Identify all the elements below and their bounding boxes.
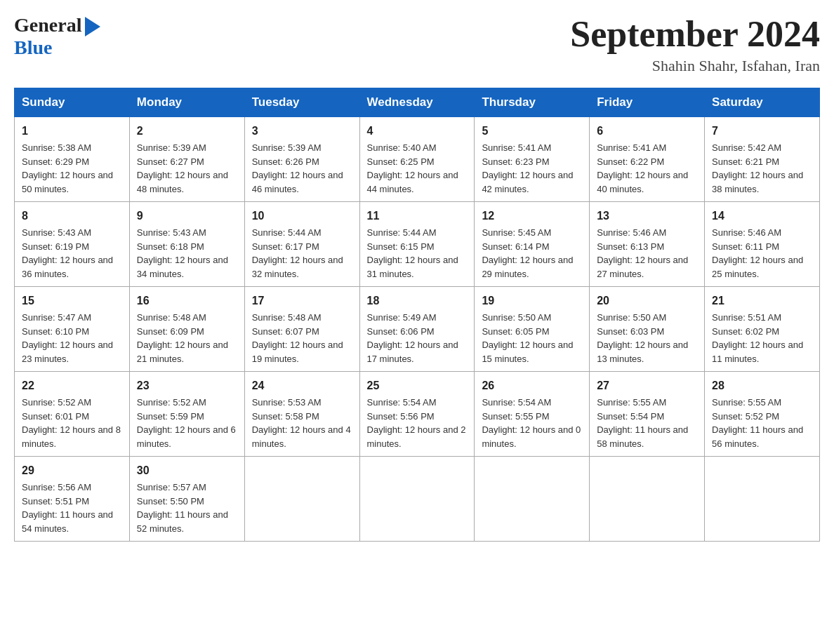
day-number: 25: [367, 377, 468, 394]
day-info: Sunrise: 5:40 AMSunset: 6:25 PMDaylight:…: [367, 141, 468, 196]
calendar-cell: 19Sunrise: 5:50 AMSunset: 6:05 PMDayligh…: [475, 287, 590, 372]
calendar-table: SundayMondayTuesdayWednesdayThursdayFrid…: [14, 88, 820, 542]
calendar-cell: [590, 457, 705, 542]
day-number: 28: [712, 377, 812, 394]
day-info: Sunrise: 5:53 AMSunset: 5:58 PMDaylight:…: [252, 396, 352, 450]
day-number: 2: [137, 123, 237, 140]
day-number: 15: [22, 293, 122, 309]
day-number: 22: [22, 377, 122, 394]
day-info: Sunrise: 5:55 AMSunset: 5:54 PMDaylight:…: [597, 396, 697, 450]
calendar-subtitle: Shahin Shahr, Isfahan, Iran: [570, 57, 820, 75]
calendar-cell: 30Sunrise: 5:57 AMSunset: 5:50 PMDayligh…: [129, 457, 244, 542]
day-info: Sunrise: 5:41 AMSunset: 6:23 PMDaylight:…: [482, 141, 582, 196]
calendar-cell: 4Sunrise: 5:40 AMSunset: 6:25 PMDaylight…: [359, 117, 475, 202]
day-info: Sunrise: 5:46 AMSunset: 6:11 PMDaylight:…: [712, 226, 812, 281]
day-info: Sunrise: 5:52 AMSunset: 6:01 PMDaylight:…: [22, 396, 122, 450]
weekday-header-sunday: Sunday: [15, 88, 130, 117]
logo-general-text: General: [14, 14, 81, 36]
calendar-cell: 22Sunrise: 5:52 AMSunset: 6:01 PMDayligh…: [15, 372, 130, 457]
day-info: Sunrise: 5:44 AMSunset: 6:17 PMDaylight:…: [252, 226, 352, 281]
week-row-5: 29Sunrise: 5:56 AMSunset: 5:51 PMDayligh…: [15, 457, 820, 542]
week-row-3: 15Sunrise: 5:47 AMSunset: 6:10 PMDayligh…: [15, 287, 820, 372]
day-number: 24: [252, 377, 352, 394]
day-info: Sunrise: 5:43 AMSunset: 6:19 PMDaylight:…: [22, 226, 122, 281]
calendar-cell: 21Sunrise: 5:51 AMSunset: 6:02 PMDayligh…: [705, 287, 820, 372]
day-info: Sunrise: 5:50 AMSunset: 6:03 PMDaylight:…: [597, 311, 697, 365]
calendar-cell: 1Sunrise: 5:38 AMSunset: 6:29 PMDaylight…: [15, 117, 130, 202]
day-info: Sunrise: 5:54 AMSunset: 5:56 PMDaylight:…: [367, 396, 468, 450]
day-info: Sunrise: 5:47 AMSunset: 6:10 PMDaylight:…: [22, 311, 122, 365]
day-info: Sunrise: 5:38 AMSunset: 6:29 PMDaylight:…: [22, 141, 122, 196]
week-row-2: 8Sunrise: 5:43 AMSunset: 6:19 PMDaylight…: [15, 202, 820, 287]
weekday-header-thursday: Thursday: [475, 88, 590, 117]
day-number: 14: [712, 208, 812, 224]
calendar-cell: 15Sunrise: 5:47 AMSunset: 6:10 PMDayligh…: [15, 287, 130, 372]
weekday-header-friday: Friday: [590, 88, 705, 117]
day-info: Sunrise: 5:39 AMSunset: 6:26 PMDaylight:…: [252, 141, 352, 196]
day-info: Sunrise: 5:55 AMSunset: 5:52 PMDaylight:…: [712, 396, 812, 450]
day-number: 7: [712, 123, 812, 140]
day-number: 12: [482, 208, 582, 224]
logo-triangle-icon: [85, 17, 100, 36]
day-number: 1: [22, 123, 122, 140]
day-number: 23: [137, 377, 237, 394]
calendar-cell: 23Sunrise: 5:52 AMSunset: 5:59 PMDayligh…: [129, 372, 244, 457]
day-info: Sunrise: 5:44 AMSunset: 6:15 PMDaylight:…: [367, 226, 468, 281]
calendar-cell: 14Sunrise: 5:46 AMSunset: 6:11 PMDayligh…: [705, 202, 820, 287]
calendar-cell: 8Sunrise: 5:43 AMSunset: 6:19 PMDaylight…: [15, 202, 130, 287]
day-info: Sunrise: 5:57 AMSunset: 5:50 PMDaylight:…: [137, 481, 237, 535]
day-info: Sunrise: 5:50 AMSunset: 6:05 PMDaylight:…: [482, 311, 582, 365]
day-info: Sunrise: 5:48 AMSunset: 6:07 PMDaylight:…: [252, 311, 352, 365]
calendar-title: September 2024: [570, 14, 820, 54]
day-info: Sunrise: 5:46 AMSunset: 6:13 PMDaylight:…: [597, 226, 697, 281]
day-number: 6: [597, 123, 697, 140]
calendar-cell: 13Sunrise: 5:46 AMSunset: 6:13 PMDayligh…: [590, 202, 705, 287]
day-number: 13: [597, 208, 697, 224]
calendar-cell: 6Sunrise: 5:41 AMSunset: 6:22 PMDaylight…: [590, 117, 705, 202]
day-number: 8: [22, 208, 122, 224]
day-number: 30: [137, 462, 237, 479]
logo: General Blue: [14, 14, 102, 59]
week-row-1: 1Sunrise: 5:38 AMSunset: 6:29 PMDaylight…: [15, 117, 820, 202]
calendar-cell: 3Sunrise: 5:39 AMSunset: 6:26 PMDaylight…: [244, 117, 359, 202]
day-number: 5: [482, 123, 582, 140]
calendar-cell: 9Sunrise: 5:43 AMSunset: 6:18 PMDaylight…: [129, 202, 244, 287]
calendar-cell: 11Sunrise: 5:44 AMSunset: 6:15 PMDayligh…: [359, 202, 475, 287]
day-number: 17: [252, 293, 352, 309]
calendar-cell: 20Sunrise: 5:50 AMSunset: 6:03 PMDayligh…: [590, 287, 705, 372]
day-info: Sunrise: 5:54 AMSunset: 5:55 PMDaylight:…: [482, 396, 582, 450]
weekday-header-monday: Monday: [129, 88, 244, 117]
day-info: Sunrise: 5:52 AMSunset: 5:59 PMDaylight:…: [137, 396, 237, 450]
calendar-cell: 18Sunrise: 5:49 AMSunset: 6:06 PMDayligh…: [359, 287, 475, 372]
calendar-cell: 7Sunrise: 5:42 AMSunset: 6:21 PMDaylight…: [705, 117, 820, 202]
day-info: Sunrise: 5:51 AMSunset: 6:02 PMDaylight:…: [712, 311, 812, 365]
page-header: General Blue September 2024 Shahin Shahr…: [14, 14, 820, 75]
weekday-header-saturday: Saturday: [705, 88, 820, 117]
day-number: 11: [367, 208, 468, 224]
calendar-cell: 25Sunrise: 5:54 AMSunset: 5:56 PMDayligh…: [359, 372, 475, 457]
day-number: 27: [597, 377, 697, 394]
day-info: Sunrise: 5:42 AMSunset: 6:21 PMDaylight:…: [712, 141, 812, 196]
calendar-cell: 12Sunrise: 5:45 AMSunset: 6:14 PMDayligh…: [475, 202, 590, 287]
day-number: 19: [482, 293, 582, 309]
day-number: 4: [367, 123, 468, 140]
calendar-cell: 16Sunrise: 5:48 AMSunset: 6:09 PMDayligh…: [129, 287, 244, 372]
weekday-header-row: SundayMondayTuesdayWednesdayThursdayFrid…: [15, 88, 820, 117]
day-info: Sunrise: 5:45 AMSunset: 6:14 PMDaylight:…: [482, 226, 582, 281]
weekday-header-tuesday: Tuesday: [244, 88, 359, 117]
calendar-cell: 24Sunrise: 5:53 AMSunset: 5:58 PMDayligh…: [244, 372, 359, 457]
calendar-cell: 17Sunrise: 5:48 AMSunset: 6:07 PMDayligh…: [244, 287, 359, 372]
day-info: Sunrise: 5:48 AMSunset: 6:09 PMDaylight:…: [137, 311, 237, 365]
calendar-cell: [244, 457, 359, 542]
calendar-cell: 28Sunrise: 5:55 AMSunset: 5:52 PMDayligh…: [705, 372, 820, 457]
day-info: Sunrise: 5:43 AMSunset: 6:18 PMDaylight:…: [137, 226, 237, 281]
day-number: 10: [252, 208, 352, 224]
calendar-cell: 5Sunrise: 5:41 AMSunset: 6:23 PMDaylight…: [475, 117, 590, 202]
calendar-cell: [475, 457, 590, 542]
day-number: 16: [137, 293, 237, 309]
day-number: 9: [137, 208, 237, 224]
calendar-cell: 26Sunrise: 5:54 AMSunset: 5:55 PMDayligh…: [475, 372, 590, 457]
day-number: 29: [22, 462, 122, 479]
day-info: Sunrise: 5:49 AMSunset: 6:06 PMDaylight:…: [367, 311, 468, 365]
day-info: Sunrise: 5:56 AMSunset: 5:51 PMDaylight:…: [22, 481, 122, 535]
